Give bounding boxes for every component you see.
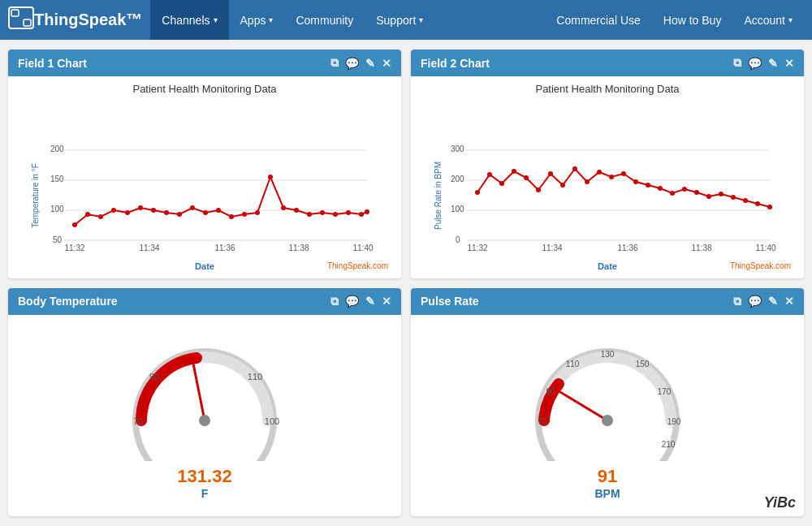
svg-text:100: 100 <box>265 416 279 426</box>
panel-field1-header: Field 1 Chart ⧉ 💬 ✎ ✕ <box>8 50 401 76</box>
svg-text:11:36: 11:36 <box>214 244 235 252</box>
svg-point-22 <box>138 205 143 210</box>
svg-rect-0 <box>9 7 33 28</box>
panel-body-temp-title: Body Temperature <box>18 295 118 308</box>
svg-point-56 <box>487 172 492 177</box>
svg-point-37 <box>333 212 338 217</box>
svg-point-25 <box>177 212 182 217</box>
svg-point-75 <box>719 192 723 196</box>
field1-close[interactable]: ✕ <box>382 57 391 70</box>
svg-point-70 <box>658 186 663 191</box>
logo-icon <box>8 6 34 33</box>
field2-external-link[interactable]: ⧉ <box>733 56 741 70</box>
svg-point-18 <box>85 212 90 217</box>
svg-point-87 <box>538 351 676 461</box>
svg-point-67 <box>621 171 626 176</box>
svg-point-60 <box>536 188 541 192</box>
svg-point-55 <box>475 190 480 195</box>
svg-point-33 <box>281 205 286 210</box>
pulse-rate-edit[interactable]: ✎ <box>768 295 778 308</box>
svg-point-29 <box>229 214 234 219</box>
panel-field1-body: Patient Health Monitoring Data 50 100 15… <box>8 76 401 278</box>
svg-point-34 <box>294 208 299 213</box>
panel-field1-title: Field 1 Chart <box>18 57 87 70</box>
svg-point-65 <box>597 170 602 175</box>
field2-credit: ThingSpeak.com <box>730 261 791 270</box>
field1-svg-chart: 50 100 150 200 Temperature in °F 11:32 1… <box>15 98 395 257</box>
svg-point-64 <box>585 179 590 184</box>
field2-comment[interactable]: 💬 <box>748 57 762 70</box>
body-temp-value: 131.32 <box>177 466 231 487</box>
svg-text:170: 170 <box>658 387 672 396</box>
svg-text:70: 70 <box>538 417 547 426</box>
svg-point-62 <box>560 183 565 188</box>
apps-caret: ▾ <box>269 15 273 24</box>
svg-text:11:38: 11:38 <box>691 244 711 252</box>
main-content: Field 1 Chart ⧉ 💬 ✎ ✕ Patient Health Mon… <box>0 40 812 526</box>
svg-text:110: 110 <box>566 360 580 369</box>
nav-channels[interactable]: Channels ▾ <box>150 0 228 40</box>
svg-text:90: 90 <box>546 387 555 396</box>
svg-text:11:38: 11:38 <box>288 244 309 252</box>
field2-edit[interactable]: ✎ <box>768 57 778 70</box>
pulse-rate-external-link[interactable]: ⧉ <box>733 295 741 308</box>
body-temp-gauge: 70 90 110 100 131.32 F <box>15 321 395 511</box>
svg-text:11:40: 11:40 <box>352 244 373 252</box>
panel-body-temp-actions: ⧉ 💬 ✎ ✕ <box>330 295 391 308</box>
field2-close[interactable]: ✕ <box>784 57 794 70</box>
body-temp-close[interactable]: ✕ <box>382 295 391 308</box>
logo-text: ThingSpeak™ <box>34 11 142 29</box>
svg-point-69 <box>646 183 650 188</box>
svg-text:90: 90 <box>149 372 159 382</box>
svg-text:130: 130 <box>601 350 615 359</box>
svg-text:11:34: 11:34 <box>139 244 159 252</box>
nav-account[interactable]: Account ▾ <box>732 0 804 40</box>
nav-commercial[interactable]: Commercial Use <box>545 0 651 40</box>
panel-field2-actions: ⧉ 💬 ✎ ✕ <box>733 56 794 70</box>
svg-text:100: 100 <box>451 205 464 213</box>
panel-pulse-rate: Pulse Rate ⧉ 💬 ✎ ✕ 70 90 <box>411 288 804 517</box>
svg-point-20 <box>111 208 116 213</box>
svg-point-23 <box>151 208 156 213</box>
nav-howtobuy[interactable]: How to Buy <box>652 0 733 40</box>
nav-support[interactable]: Support ▾ <box>365 0 434 40</box>
svg-point-40 <box>365 209 369 214</box>
panel-body-temp: Body Temperature ⧉ 💬 ✎ ✕ 70 90 <box>8 288 401 517</box>
svg-point-68 <box>633 179 638 184</box>
field2-chart-container: Patient Health Monitoring Data 0 100 200… <box>417 83 797 272</box>
svg-point-38 <box>346 210 351 215</box>
field1-edit[interactable]: ✎ <box>365 57 375 70</box>
svg-point-17 <box>72 222 77 227</box>
svg-point-77 <box>743 198 748 203</box>
svg-text:150: 150 <box>636 360 650 369</box>
pulse-rate-close[interactable]: ✕ <box>784 295 794 308</box>
panel-field2-body: Patient Health Monitoring Data 0 100 200… <box>411 76 804 278</box>
svg-point-32 <box>268 175 273 179</box>
svg-text:110: 110 <box>248 372 262 382</box>
body-temp-edit[interactable]: ✎ <box>365 295 375 308</box>
pulse-rate-comment[interactable]: 💬 <box>748 295 762 308</box>
field2-chart-title: Patient Health Monitoring Data <box>417 83 797 95</box>
svg-text:70: 70 <box>133 416 143 426</box>
pulse-rate-gauge: 70 90 110 130 150 170 190 210 91 BPM <box>417 321 797 511</box>
panel-body-temp-header: Body Temperature ⧉ 💬 ✎ ✕ <box>8 288 401 315</box>
svg-point-28 <box>216 208 221 213</box>
body-temp-comment[interactable]: 💬 <box>345 295 359 308</box>
field1-external-link[interactable]: ⧉ <box>330 56 339 70</box>
svg-text:200: 200 <box>451 175 464 183</box>
field1-chart-title: Patient Health Monitoring Data <box>15 83 395 95</box>
field1-credit: ThingSpeak.com <box>327 261 388 270</box>
logo: ThingSpeak™ <box>8 6 142 33</box>
svg-point-21 <box>125 210 130 215</box>
body-temp-external-link[interactable]: ⧉ <box>330 295 339 308</box>
pulse-rate-value: 91 <box>598 466 617 487</box>
nav-apps[interactable]: Apps ▾ <box>229 0 285 40</box>
svg-text:200: 200 <box>50 144 64 153</box>
nav-community[interactable]: Community <box>284 0 365 40</box>
svg-text:300: 300 <box>451 144 464 153</box>
field1-comment[interactable]: 💬 <box>345 57 359 70</box>
svg-point-73 <box>694 190 699 195</box>
panel-field2-chart: Field 2 Chart ⧉ 💬 ✎ ✕ Patient Health Mon… <box>411 50 804 278</box>
svg-text:100: 100 <box>50 205 64 213</box>
svg-point-97 <box>602 415 613 426</box>
